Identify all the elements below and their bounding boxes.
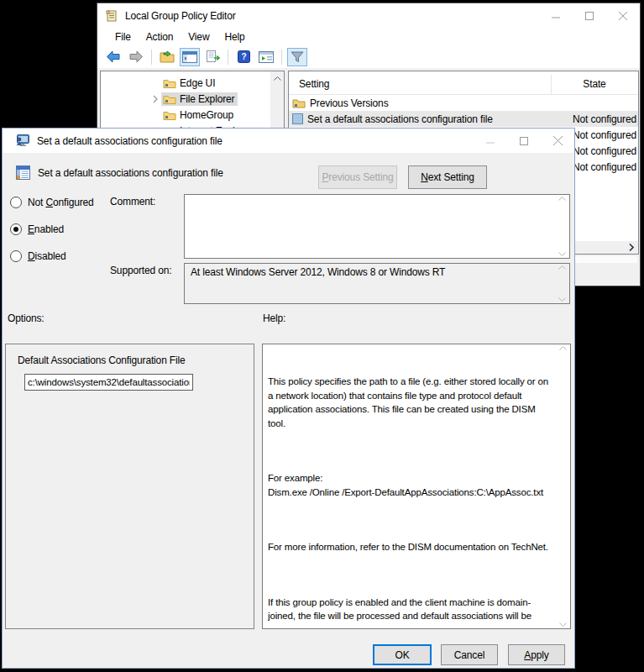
gpedit-close-button[interactable] [606,3,640,28]
scroll-up-icon[interactable] [270,71,284,85]
setting-header-title: Set a default associations configuration… [38,167,223,179]
gpedit-minimize-button[interactable] [539,3,573,28]
help-icon[interactable]: ? [233,48,254,66]
folder-icon [163,110,176,120]
scroll-up-icon [558,197,566,201]
up-folder-icon[interactable] [157,48,177,66]
tree-item-homegroup[interactable]: HomeGroup [101,107,284,123]
dialog-minimize-button[interactable] [474,129,507,153]
setting-header-icon [16,165,30,180]
gpedit-maximize-button[interactable] [573,3,606,28]
column-header-state[interactable]: State [551,78,638,94]
supported-on-box: At least Windows Server 2012, Windows 8 … [184,263,570,304]
options-panel: Default Associations Configuration File [5,344,254,629]
console-tree-icon[interactable] [180,48,200,66]
tree-item-file-explorer[interactable]: File Explorer [101,91,284,107]
ok-button[interactable]: OK [373,644,432,665]
supported-on-label: Supported on: [110,265,171,276]
column-separator[interactable] [551,75,552,94]
menu-help[interactable]: Help [217,31,252,43]
menu-file[interactable]: File [107,31,139,43]
options-label: Options: [8,312,45,324]
filter-icon[interactable] [287,48,307,66]
policy-setting-dialog: Set a default associations configuration… [2,128,575,669]
toolbar-separator [228,50,228,65]
radio-enabled[interactable]: Enabled [10,223,64,236]
scroll-right-icon[interactable] [625,244,638,251]
gpedit-toolbar: ? [97,45,640,69]
next-setting-button[interactable]: Next Setting [408,165,487,189]
help-panel: This policy specifies the path to a file… [262,344,571,629]
gpedit-title-bar[interactable]: Local Group Policy Editor [97,3,640,28]
scroll-up-icon [559,346,567,350]
comment-textarea[interactable] [184,194,570,259]
help-label: Help: [263,312,285,324]
dialog-title: Set a default associations configuration… [37,135,223,147]
export-list-icon[interactable] [202,48,223,66]
dialog-app-icon [15,134,29,147]
radio-disabled[interactable]: Disabled [10,249,66,263]
gpedit-menubar: File Action View Help [97,28,640,45]
show-window-icon[interactable] [256,48,276,66]
radio-circle-selected[interactable] [10,223,22,235]
folder-icon [163,78,176,88]
gpedit-app-icon [105,9,118,23]
scroll-down-icon [558,297,566,302]
comment-label: Comment: [110,196,155,207]
supported-on-value: At least Windows Server 2012, Windows 8 … [191,266,445,278]
folder-icon [292,97,306,108]
list-row-previous-versions[interactable]: Previous Versions [289,95,638,111]
menu-view[interactable]: View [181,31,217,43]
tree-item-edge-ui[interactable]: Edge UI [101,75,284,91]
list-row-set-default-associations[interactable]: Set a default associations configuration… [289,111,638,127]
toolbar-separator [151,50,152,65]
apply-button[interactable]: Apply [508,644,565,665]
column-header-setting[interactable]: Setting [289,78,551,94]
forward-icon[interactable] [126,48,146,66]
scroll-down-icon [558,252,566,256]
associations-file-input[interactable] [24,374,193,391]
svg-text:?: ? [241,52,246,61]
toolbar-separator [281,50,282,65]
list-header: Setting State [289,71,638,95]
dialog-close-button[interactable] [541,129,574,153]
expander-icon[interactable] [149,95,161,103]
dialog-title-bar[interactable]: Set a default associations configuration… [3,129,574,153]
scroll-up-icon [558,265,566,270]
radio-not-configured[interactable]: Not Configured [10,196,94,209]
setting-icon [292,113,303,124]
back-icon[interactable] [103,48,123,66]
radio-circle[interactable] [10,197,22,208]
gpedit-window-title: Local Group Policy Editor [125,10,236,22]
help-text: This policy specifies the path to a file… [268,347,555,627]
options-field-label: Default Associations Configuration File [18,354,186,366]
folder-icon [163,94,176,104]
radio-circle[interactable] [10,250,22,262]
menu-action[interactable]: Action [139,31,181,43]
previous-setting-button[interactable]: Previous Setting [318,165,397,189]
dialog-maximize-button[interactable] [507,129,541,153]
cancel-button[interactable]: Cancel [441,644,498,665]
scroll-down-icon [559,622,567,627]
